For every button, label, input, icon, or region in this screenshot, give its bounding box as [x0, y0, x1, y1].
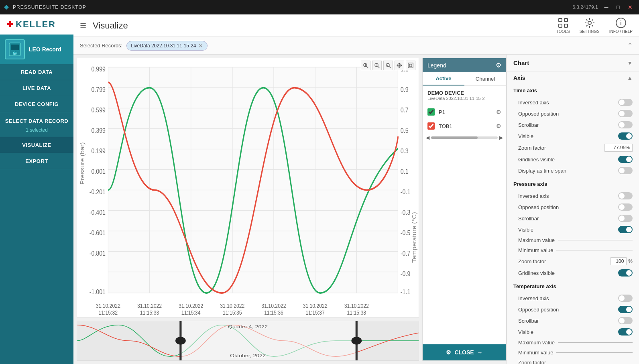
minimize-button[interactable]: ─ — [601, 2, 612, 12]
legend-header: Legend ⚙ — [423, 58, 506, 72]
time-visible-row: Visible — [513, 130, 633, 142]
nav-export[interactable]: EXPORT — [0, 153, 73, 169]
legend-scroll-left-button[interactable]: ◀ — [426, 135, 429, 140]
legend-scroll-track — [431, 136, 498, 139]
svg-text:-0.3: -0.3 — [401, 209, 410, 216]
app-title: PRESSURESUITE DESKTOP — [13, 4, 86, 10]
svg-text:-0.1: -0.1 — [401, 188, 410, 195]
nav-visualize[interactable]: VISUALIZE — [0, 137, 73, 153]
close-button[interactable]: ✕ — [625, 2, 636, 12]
expand-button[interactable]: ⌃ — [627, 42, 633, 49]
pressure-max-row: Maximum value — [513, 235, 633, 245]
device-icon: P — [5, 39, 25, 59]
temperature-axis-label: Temperature axis — [513, 283, 633, 289]
legend-channel-tob1: TOB1 ⚙ — [423, 119, 506, 133]
settings-icon — [584, 17, 595, 28]
channel-tob1-checkbox[interactable] — [427, 122, 435, 130]
temp-zoom-label-row: Zoom factor — [513, 358, 633, 364]
legend-close-button[interactable]: ⚙ CLOSE → — [423, 344, 506, 360]
content-area: ☰ Visualize TOOLS — [73, 14, 639, 364]
select-data-section: SELECT DATA RECORD 1 selected — [0, 112, 73, 137]
settings-button[interactable]: SETTINGS — [580, 17, 600, 34]
svg-text:Pressure (bar): Pressure (bar) — [79, 142, 85, 185]
time-timespan-toggle[interactable] — [618, 167, 633, 174]
app-version: 6.3.24179.1 — [572, 4, 598, 10]
time-opposed-toggle[interactable] — [618, 110, 633, 117]
sidebar-logo-area: ✚ KELLER — [0, 14, 73, 35]
svg-text:11:15:38: 11:15:38 — [347, 309, 366, 316]
pressure-visible-toggle[interactable] — [618, 226, 633, 233]
pressure-opposed-toggle[interactable] — [618, 203, 633, 211]
time-gridlines-toggle[interactable] — [618, 156, 633, 163]
reset-zoom-button[interactable] — [406, 61, 415, 70]
time-scrollbar-row: Scrollbar — [513, 119, 633, 130]
selected-count-label: 1 selected — [4, 127, 69, 133]
nav-select-data-record[interactable]: SELECT DATA RECORD — [4, 116, 69, 126]
svg-text:-0.201: -0.201 — [90, 188, 106, 195]
time-zoom-row: Zoom factor 77.95% — [513, 142, 633, 154]
channel-p1-label: P1 — [439, 109, 492, 115]
channel-tob1-settings-button[interactable]: ⚙ — [496, 123, 501, 129]
svg-rect-23 — [409, 64, 412, 67]
svg-text:-0.601: -0.601 — [90, 229, 106, 236]
keller-brand-name: KELLER — [16, 19, 56, 30]
chart-chevron-icon: ▼ — [627, 60, 633, 66]
svg-text:11:15:33: 11:15:33 — [140, 309, 159, 316]
time-visible-toggle[interactable] — [618, 132, 633, 140]
channel-p1-settings-button[interactable]: ⚙ — [496, 109, 501, 115]
device-section[interactable]: P LEO Record — [0, 35, 73, 64]
nav-read-data[interactable]: READ DATA — [0, 64, 73, 80]
svg-line-17 — [378, 66, 379, 68]
temp-inversed-row: Inversed axis — [513, 293, 633, 304]
svg-text:11:15:37: 11:15:37 — [305, 309, 325, 316]
chart-section-header[interactable]: Chart ▼ — [507, 55, 639, 71]
svg-text:Temperature (°C): Temperature (°C) — [411, 212, 417, 263]
svg-text:0.399: 0.399 — [91, 127, 105, 134]
info-help-icon: i — [615, 17, 627, 28]
nav-live-data[interactable]: LIVE DATA — [0, 80, 73, 96]
svg-point-9 — [588, 21, 591, 24]
svg-text:31.10.2022: 31.10.2022 — [220, 303, 244, 309]
time-scrollbar-toggle[interactable] — [618, 121, 633, 128]
zoom-in-button[interactable] — [361, 61, 370, 70]
svg-text:-1.001: -1.001 — [90, 288, 106, 295]
tools-button[interactable]: TOOLS — [556, 17, 570, 34]
record-tag-close-icon[interactable]: ✕ — [198, 43, 203, 49]
temp-scrollbar-toggle[interactable] — [618, 317, 633, 324]
svg-text:-1.1: -1.1 — [401, 288, 410, 295]
page-title: Visualize — [93, 20, 128, 31]
nav-device-config[interactable]: DEVICE CONFIG — [0, 96, 73, 112]
legend-device-sub: LiveData 2022.10.31 11-15-2 — [427, 96, 501, 101]
svg-text:0.5: 0.5 — [401, 127, 409, 134]
svg-text:0.3: 0.3 — [401, 147, 409, 155]
temp-opposed-toggle[interactable] — [618, 306, 633, 313]
legend-scroll-right-button[interactable]: ▶ — [499, 135, 503, 140]
maximize-button[interactable]: □ — [613, 2, 623, 12]
move-tool-button[interactable] — [395, 61, 404, 70]
pressure-gridlines-toggle[interactable] — [618, 269, 633, 277]
temp-min-row: Minimum value — [513, 348, 633, 358]
legend-settings-button[interactable]: ⚙ — [496, 61, 501, 69]
svg-text:-0.801: -0.801 — [90, 250, 106, 257]
temp-inversed-toggle[interactable] — [618, 295, 633, 302]
pressure-scrollbar-toggle[interactable] — [618, 215, 633, 222]
svg-marker-0 — [4, 5, 9, 10]
legend-tab-active[interactable]: Active — [423, 72, 464, 85]
pressure-inversed-toggle[interactable] — [618, 192, 633, 199]
temp-scrollbar-row: Scrollbar — [513, 315, 633, 326]
info-help-button[interactable]: i INFO / HELP — [609, 17, 633, 34]
time-inversed-toggle[interactable] — [618, 99, 633, 106]
tools-icon — [558, 17, 569, 28]
svg-text:0.599: 0.599 — [91, 106, 105, 114]
svg-text:31.10.2022: 31.10.2022 — [303, 303, 328, 309]
channel-p1-checkbox[interactable] — [427, 108, 435, 116]
zoom-out-button[interactable] — [372, 61, 382, 70]
pressure-gridlines-row: Gridlines visible — [513, 267, 633, 279]
pressure-axis-label: Pressure axis — [513, 181, 633, 187]
zoom-fit-button[interactable]: + — [383, 61, 393, 70]
hamburger-button[interactable]: ☰ — [80, 21, 86, 30]
temp-visible-toggle[interactable] — [618, 328, 633, 336]
legend-title: Legend — [427, 62, 446, 69]
pressure-inversed-row: Inversed axis — [513, 190, 633, 201]
legend-tab-channel[interactable]: Channel — [464, 72, 506, 85]
